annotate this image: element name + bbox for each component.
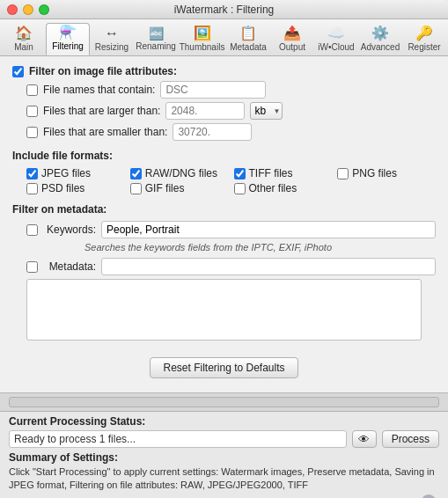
format-tiff-checkbox[interactable] (234, 168, 246, 179)
help-button[interactable]: ? (422, 494, 436, 498)
files-larger-checkbox[interactable] (26, 106, 38, 117)
summary-text: Click "Start Processing" to apply curren… (9, 465, 439, 493)
toolbar-label-output: Output (279, 42, 305, 52)
toolbar-label-iwcloud: iW•Cloud (318, 42, 354, 52)
file-names-row: File names that contain: (26, 81, 436, 99)
eye-icon: 👁 (358, 433, 370, 446)
toolbar-label-register: Register (408, 42, 440, 52)
format-png: PNG files (337, 167, 436, 179)
formats-grid: JPEG files RAW/DNG files TIFF files PNG … (26, 167, 436, 194)
file-names-label: File names that contain: (43, 84, 155, 96)
files-smaller-checkbox[interactable] (26, 127, 38, 138)
files-smaller-input[interactable] (173, 123, 252, 141)
help-row: ? (9, 493, 439, 498)
progress-area (0, 392, 448, 411)
filter-metadata-header: Filter on metadata: (12, 203, 436, 216)
toolbar-label-thumbnails: Thumbnails (180, 42, 225, 52)
format-raw-checkbox[interactable] (130, 168, 142, 179)
toolbar-item-thumbnails[interactable]: 🖼️ Thumbnails (178, 23, 226, 55)
main-icon: 🏠 (15, 26, 33, 40)
metadata-row: Metadata: (26, 258, 436, 275)
reset-btn-row: Reset Filtering to Defaults (12, 357, 436, 378)
format-other: Other files (234, 182, 333, 194)
keywords-row: Keywords: (26, 221, 436, 238)
toolbar-label-filtering: Filtering (52, 41, 84, 51)
metadata-textarea[interactable] (26, 279, 422, 341)
eye-button[interactable]: 👁 (352, 430, 377, 448)
advanced-icon: ⚙️ (371, 26, 389, 40)
format-psd: PSD files (26, 182, 125, 194)
toolbar-item-iwcloud[interactable]: ☁️ iW•Cloud (314, 23, 358, 55)
thumbnails-icon: 🖼️ (194, 26, 211, 40)
format-png-label: PNG files (352, 167, 397, 179)
maximize-button[interactable] (39, 4, 49, 15)
progress-bar-background (9, 397, 439, 407)
format-psd-checkbox[interactable] (26, 183, 38, 194)
metadata-label: Metadata: (43, 260, 96, 273)
format-jpeg-checkbox[interactable] (26, 168, 38, 179)
files-larger-unit-wrapper[interactable]: kb mb gb (250, 102, 283, 120)
keywords-checkbox[interactable] (26, 224, 38, 236)
minimize-button[interactable] (23, 4, 33, 15)
format-psd-label: PSD files (41, 182, 84, 194)
processing-status-input[interactable] (9, 430, 347, 448)
file-names-checkbox[interactable] (26, 84, 38, 96)
toolbar-label-main: Main (14, 42, 33, 52)
toolbar-label-metadata: Metadata (230, 42, 267, 52)
files-larger-input[interactable] (165, 102, 245, 120)
files-larger-unit-select[interactable]: kb mb gb (250, 102, 283, 120)
metadata-checkbox[interactable] (26, 261, 38, 273)
reset-button[interactable]: Reset Filtering to Defaults (150, 357, 297, 378)
processing-status-row: 👁 Process (9, 430, 439, 448)
filter-attributes-row: Filter on image file attributes: (12, 65, 436, 77)
renaming-icon: 🔤 (149, 27, 164, 40)
toolbar-item-register[interactable]: 🔑 Register (402, 23, 446, 55)
status-bar: Current Processing Status: 👁 Process Sum… (0, 411, 448, 498)
format-gif-checkbox[interactable] (130, 183, 142, 194)
toolbar-item-advanced[interactable]: ⚙️ Advanced (358, 23, 402, 55)
files-larger-label: Files that are larger than: (43, 105, 160, 117)
resizing-icon: ↔️ (105, 26, 119, 40)
register-icon: 🔑 (415, 26, 433, 40)
output-icon: 📤 (283, 26, 301, 40)
format-tiff: TIFF files (234, 167, 333, 179)
file-names-input[interactable] (160, 81, 266, 99)
format-raw: RAW/DNG files (130, 167, 229, 179)
format-raw-label: RAW/DNG files (145, 167, 217, 179)
keywords-label: Keywords: (43, 223, 96, 236)
toolbar-item-resizing[interactable]: ↔️ Resizing (90, 23, 134, 55)
toolbar-label-renaming: Renaming (136, 41, 176, 51)
window-title: iWatermark : Filtering (174, 4, 275, 16)
keywords-input[interactable] (101, 221, 436, 238)
main-content: Filter on image file attributes: File na… (0, 56, 448, 392)
include-formats-header: Include file formats: (12, 150, 436, 162)
toolbar-item-filtering[interactable]: ⚗️ Filtering (46, 23, 90, 55)
filter-attributes-label: Filter on image file attributes: (29, 65, 177, 77)
format-tiff-label: TIFF files (249, 167, 293, 179)
filter-attributes-checkbox[interactable] (12, 66, 24, 77)
toolbar-label-advanced: Advanced (361, 42, 400, 52)
format-jpeg-label: JPEG files (41, 167, 91, 179)
format-jpeg: JPEG files (26, 167, 125, 179)
search-hint: Searches the keywords fields from the IP… (84, 242, 436, 253)
toolbar-item-output[interactable]: 📤 Output (270, 23, 314, 55)
toolbar-label-resizing: Resizing (95, 42, 129, 52)
format-other-checkbox[interactable] (234, 183, 246, 194)
format-gif: GIF files (130, 182, 229, 194)
toolbar-item-renaming[interactable]: 🔤 Renaming (134, 23, 178, 55)
filtering-icon: ⚗️ (59, 26, 77, 40)
processing-status-label: Current Processing Status: (9, 415, 439, 428)
window-controls[interactable] (7, 4, 49, 15)
files-larger-row: Files that are larger than: kb mb gb (26, 102, 436, 120)
toolbar-item-main[interactable]: 🏠 Main (2, 23, 46, 55)
toolbar-item-metadata[interactable]: 📋 Metadata (226, 23, 270, 55)
close-button[interactable] (7, 4, 18, 15)
metadata-input[interactable] (101, 258, 436, 275)
files-smaller-row: Files that are smaller than: (26, 123, 436, 141)
format-png-checkbox[interactable] (337, 168, 349, 179)
process-button[interactable]: Process (382, 430, 439, 448)
format-other-label: Other files (249, 182, 297, 194)
summary-label: Summary of Settings: (9, 451, 439, 464)
iwcloud-icon: ☁️ (327, 26, 345, 40)
files-smaller-label: Files that are smaller than: (43, 126, 167, 138)
